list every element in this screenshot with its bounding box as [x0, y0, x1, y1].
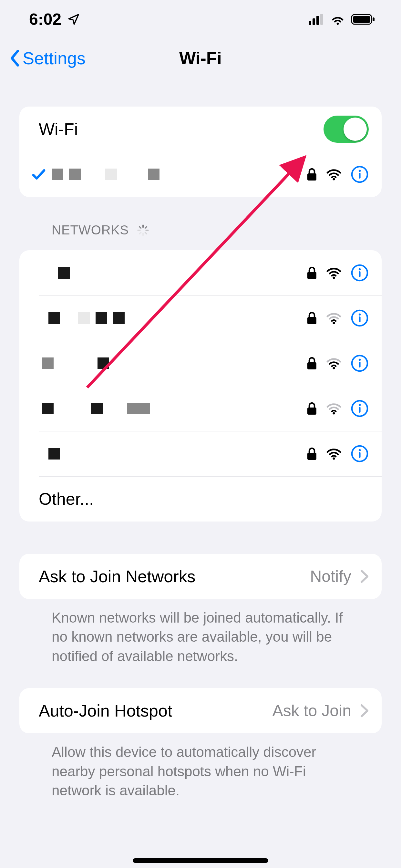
status-bar-right — [309, 13, 375, 25]
info-icon[interactable] — [351, 264, 369, 282]
auto-join-hotspot-label: Auto-Join Hotspot — [39, 701, 272, 720]
svg-rect-2 — [316, 16, 319, 25]
svg-rect-11 — [359, 173, 360, 179]
chevron-right-icon — [360, 704, 369, 717]
svg-rect-34 — [359, 362, 360, 368]
network-name — [39, 358, 307, 369]
svg-point-21 — [333, 276, 335, 279]
network-row[interactable] — [19, 296, 382, 341]
svg-point-38 — [359, 404, 361, 406]
info-icon[interactable] — [351, 309, 369, 327]
networks-header-label: NETWORKS — [52, 223, 129, 237]
svg-rect-35 — [307, 407, 316, 414]
wifi-signal-icon — [326, 402, 342, 414]
lock-icon — [307, 167, 317, 181]
svg-rect-24 — [359, 271, 360, 277]
info-icon[interactable] — [351, 165, 369, 183]
network-row[interactable] — [19, 250, 382, 296]
back-button[interactable]: Settings — [9, 48, 86, 68]
toggle-knob — [343, 118, 367, 141]
ask-to-join-row[interactable]: Ask to Join Networks Notify — [19, 554, 382, 599]
svg-point-41 — [333, 457, 335, 460]
svg-point-33 — [359, 359, 361, 361]
other-label: Other... — [39, 489, 369, 508]
networks-group: Other... — [19, 250, 382, 522]
network-row[interactable] — [19, 431, 382, 476]
svg-point-26 — [333, 321, 335, 324]
wifi-status-icon — [330, 13, 345, 25]
info-icon[interactable] — [351, 445, 369, 463]
info-icon[interactable] — [351, 399, 369, 417]
status-time: 6:02 — [29, 10, 61, 29]
auto-join-hotspot-footer: Allow this device to automatically disco… — [19, 733, 382, 800]
svg-rect-29 — [359, 316, 360, 322]
svg-rect-20 — [307, 272, 316, 279]
wifi-toggle-row: Wi-Fi — [19, 106, 382, 152]
networks-section-header: NETWORKS — [19, 223, 382, 244]
svg-rect-7 — [307, 174, 316, 181]
svg-rect-0 — [309, 21, 311, 25]
network-name — [39, 267, 307, 279]
chevron-left-icon — [9, 50, 21, 66]
lock-icon — [307, 311, 317, 325]
wifi-signal-icon — [326, 357, 342, 369]
checkmark-icon — [31, 166, 47, 182]
wifi-signal-icon — [326, 312, 342, 324]
lock-icon — [307, 447, 317, 461]
svg-point-28 — [359, 314, 361, 315]
ask-to-join-label: Ask to Join Networks — [39, 567, 310, 586]
wifi-signal-icon — [326, 267, 342, 279]
connected-network-row[interactable] — [19, 152, 382, 197]
svg-rect-3 — [320, 14, 323, 25]
svg-line-17 — [140, 232, 141, 234]
auto-join-hotspot-value: Ask to Join — [272, 702, 351, 720]
back-label: Settings — [23, 48, 86, 68]
svg-line-15 — [145, 232, 147, 234]
lock-icon — [307, 266, 317, 280]
network-row[interactable] — [19, 386, 382, 431]
spinner-icon — [136, 224, 150, 237]
svg-point-43 — [359, 449, 361, 451]
network-row[interactable] — [19, 341, 382, 386]
lock-icon — [307, 356, 317, 370]
nav-header: Settings Wi-Fi — [0, 39, 401, 78]
ask-to-join-footer: Known networks will be joined automatica… — [19, 599, 382, 665]
ask-to-join-value: Notify — [310, 567, 351, 586]
svg-point-10 — [359, 170, 361, 172]
svg-rect-25 — [307, 317, 316, 324]
battery-icon — [351, 13, 375, 25]
svg-point-8 — [333, 178, 335, 180]
svg-rect-30 — [307, 362, 316, 369]
network-name — [39, 403, 307, 414]
info-icon[interactable] — [351, 354, 369, 372]
wifi-toggle-label: Wi-Fi — [39, 120, 323, 139]
svg-rect-44 — [359, 452, 360, 458]
chevron-right-icon — [360, 569, 369, 583]
svg-rect-1 — [312, 19, 315, 25]
home-indicator — [133, 858, 268, 863]
connected-network-name — [52, 168, 307, 180]
location-icon — [67, 13, 80, 26]
svg-line-13 — [145, 226, 147, 228]
svg-rect-40 — [307, 453, 316, 460]
auto-join-hotspot-group: Auto-Join Hotspot Ask to Join — [19, 688, 382, 733]
network-name — [39, 312, 307, 324]
wifi-signal-icon — [326, 447, 342, 460]
network-name — [39, 448, 307, 460]
ask-to-join-group: Ask to Join Networks Notify — [19, 554, 382, 599]
svg-point-31 — [333, 367, 335, 369]
lock-icon — [307, 402, 317, 415]
svg-rect-39 — [359, 407, 360, 413]
wifi-signal-icon — [326, 168, 342, 181]
svg-point-36 — [333, 412, 335, 414]
page-title: Wi-Fi — [179, 48, 221, 68]
status-bar-left: 6:02 — [29, 10, 80, 29]
svg-line-19 — [140, 226, 141, 228]
cellular-signal-icon — [309, 14, 324, 25]
wifi-toggle[interactable] — [323, 116, 369, 143]
svg-rect-5 — [353, 16, 370, 23]
svg-point-23 — [359, 268, 361, 270]
auto-join-hotspot-row[interactable]: Auto-Join Hotspot Ask to Join — [19, 688, 382, 733]
other-network-row[interactable]: Other... — [19, 476, 382, 522]
wifi-main-group: Wi-Fi — [19, 106, 382, 197]
